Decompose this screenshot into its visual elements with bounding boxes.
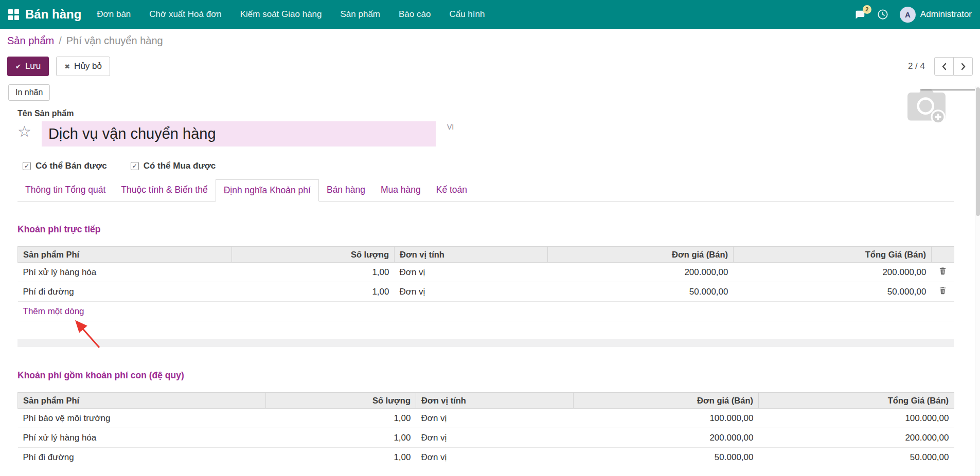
- cell-qty[interactable]: 1,00: [232, 263, 395, 282]
- apps-menu-button[interactable]: [8, 9, 19, 20]
- nav-item-don-ban[interactable]: Đơn bán: [97, 9, 131, 20]
- discard-button[interactable]: ✖ Hủy bỏ: [56, 57, 110, 76]
- col-header-uom[interactable]: Đơn vị tính: [395, 247, 548, 263]
- pager-next-button[interactable]: [953, 57, 973, 76]
- save-button-label: Lưu: [25, 61, 41, 71]
- cell-total[interactable]: 200.000,00: [734, 263, 932, 282]
- vertical-scrollbar[interactable]: [975, 86, 980, 476]
- cell-total[interactable]: 50.000,00: [734, 282, 932, 302]
- cell-product[interactable]: Phí đi đường: [18, 282, 232, 302]
- cell-product[interactable]: Phí đi đường: [18, 448, 266, 467]
- tab-mua-hang[interactable]: Mua hàng: [373, 179, 429, 201]
- product-name-input[interactable]: Dịch vụ vận chuyển hàng: [42, 121, 436, 147]
- cell-price[interactable]: 50.000,00: [574, 448, 759, 467]
- control-buttons: ✔ Lưu ✖ Hủy bỏ: [7, 57, 110, 76]
- tab-thong-tin-tong-quat[interactable]: Thông tin Tổng quát: [17, 179, 113, 201]
- col-header-price[interactable]: Đơn giá (Bán): [548, 247, 734, 263]
- col-header-product[interactable]: Sản phẩm Phí: [18, 393, 266, 409]
- favorite-star-icon[interactable]: ☆: [17, 124, 31, 139]
- col-header-delete: [932, 247, 954, 263]
- can-be-purchased-checkbox[interactable]: ✓ Có thể Mua được: [131, 161, 216, 171]
- cell-price[interactable]: 200.000,00: [574, 428, 759, 448]
- chevron-right-icon: [960, 63, 966, 70]
- tab-dinh-nghia-khoan-phi[interactable]: Định nghĩa Khoản phí: [216, 179, 319, 202]
- user-avatar: A: [900, 7, 916, 23]
- cell-uom[interactable]: Đơn vị: [395, 282, 548, 302]
- table-row[interactable]: Phí bảo vệ môi trường 1,00 Đơn vị 100.00…: [18, 409, 954, 428]
- cell-uom[interactable]: Đơn vị: [416, 448, 574, 467]
- col-header-total[interactable]: Tổng Giá (Bán): [734, 247, 932, 263]
- close-icon: ✖: [64, 63, 70, 70]
- horizontal-scrollbar[interactable]: [920, 89, 980, 90]
- save-button[interactable]: ✔ Lưu: [7, 57, 49, 76]
- print-label-button[interactable]: In nhãn: [8, 84, 50, 101]
- apps-grid-icon: [8, 9, 19, 20]
- table-row[interactable]: Phí đi đường 1,00 Đơn vị 50.000,00 50.00…: [18, 448, 954, 467]
- nav-item-kiem-soat-giao-hang[interactable]: Kiểm soát Giao hàng: [240, 9, 322, 20]
- trash-icon: [939, 286, 947, 295]
- cell-uom[interactable]: Đơn vị: [416, 428, 574, 448]
- cell-qty[interactable]: 1,00: [232, 282, 395, 302]
- table-row[interactable]: Phí đi đường 1,00 Đơn vị 50.000,00 50.00…: [18, 282, 954, 302]
- page: Bán hàng Đơn bán Chờ xuất Hoá đơn Kiểm s…: [0, 0, 980, 476]
- cell-uom[interactable]: Đơn vị: [395, 263, 548, 282]
- capabilities-row: ✓ Có thể Bán được ✓ Có thể Mua được: [23, 161, 954, 171]
- app-name[interactable]: Bán hàng: [25, 7, 81, 22]
- add-line-row: Thêm một dòng: [18, 302, 954, 321]
- nav-item-bao-cao[interactable]: Báo cáo: [399, 9, 431, 20]
- cell-total[interactable]: 200.000,00: [759, 428, 954, 448]
- delete-row-button[interactable]: [939, 286, 947, 295]
- cell-product[interactable]: Phí bảo vệ môi trường: [18, 409, 266, 428]
- notebook-tabs: Thông tin Tổng quát Thuộc tính & Biến th…: [17, 179, 954, 202]
- messages-button[interactable]: 2: [854, 9, 866, 20]
- cell-total[interactable]: 50.000,00: [759, 448, 954, 467]
- col-header-qty[interactable]: Số lượng: [266, 393, 416, 409]
- cell-total[interactable]: 100.000,00: [759, 409, 954, 428]
- tab-ke-toan[interactable]: Kế toán: [429, 179, 475, 201]
- camera-plus-icon: [904, 86, 949, 127]
- table-row[interactable]: Phí xử lý hàng hóa 1,00 Đơn vị 200.000,0…: [18, 263, 954, 282]
- cell-qty[interactable]: 1,00: [266, 448, 416, 467]
- pager-buttons: [934, 57, 973, 76]
- cell-price[interactable]: 50.000,00: [548, 282, 734, 302]
- pager-previous-button[interactable]: [934, 57, 954, 76]
- direct-fees-table: Sản phẩm Phí Số lượng Đơn vị tính Đơn gi…: [17, 246, 954, 321]
- nav-item-cau-hinh[interactable]: Cấu hình: [449, 9, 485, 20]
- breadcrumb-parent-link[interactable]: Sản phẩm: [7, 35, 54, 47]
- tab-thuoc-tinh-bien-the[interactable]: Thuộc tính & Biến thể: [113, 179, 215, 201]
- can-be-sold-checkbox[interactable]: ✓ Có thể Bán được: [23, 161, 107, 171]
- pager-counter[interactable]: 2 / 4: [908, 61, 925, 71]
- col-header-product[interactable]: Sản phẩm Phí: [18, 247, 232, 263]
- translate-badge[interactable]: VI: [447, 123, 454, 131]
- cell-product[interactable]: Phí xử lý hàng hóa: [18, 428, 266, 448]
- add-line-link[interactable]: Thêm một dòng: [18, 302, 954, 321]
- cell-qty[interactable]: 1,00: [266, 428, 416, 448]
- table-row[interactable]: Phí xử lý hàng hóa 1,00 Đơn vị 200.000,0…: [18, 428, 954, 448]
- nav-item-san-pham[interactable]: Sản phẩm: [341, 9, 381, 20]
- col-header-uom[interactable]: Đơn vị tính: [416, 393, 574, 409]
- cell-product[interactable]: Phí xử lý hàng hóa: [18, 263, 232, 282]
- navbar-right: 2 A Administrator: [854, 7, 972, 23]
- top-navbar: Bán hàng Đơn bán Chờ xuất Hoá đơn Kiểm s…: [0, 0, 980, 29]
- clock-icon: [877, 9, 888, 20]
- col-header-qty[interactable]: Số lượng: [232, 247, 395, 263]
- recursive-fees-table: Sản phẩm Phí Số lượng Đơn vị tính Đơn gi…: [17, 392, 954, 467]
- cell-uom[interactable]: Đơn vị: [416, 409, 574, 428]
- delete-row-button[interactable]: [939, 267, 947, 275]
- product-image-upload[interactable]: [904, 86, 949, 129]
- activities-button[interactable]: [877, 9, 888, 20]
- messages-badge: 2: [863, 5, 871, 14]
- user-menu[interactable]: A Administrator: [900, 7, 972, 23]
- nav-item-cho-xuat-hoa-don[interactable]: Chờ xuất Hoá đơn: [149, 9, 221, 20]
- check-icon: ✔: [15, 63, 21, 70]
- col-header-total[interactable]: Tổng Giá (Bán): [759, 393, 954, 409]
- cell-price[interactable]: 200.000,00: [548, 263, 734, 282]
- direct-fees-title: Khoản phí trực tiếp: [17, 224, 954, 235]
- recursive-fees-title: Khoản phí gồm khoản phí con (đệ quy): [17, 370, 954, 381]
- col-header-price[interactable]: Đơn giá (Bán): [574, 393, 759, 409]
- tab-ban-hang[interactable]: Bán hàng: [319, 179, 373, 201]
- cell-qty[interactable]: 1,00: [266, 409, 416, 428]
- can-be-sold-label: Có thể Bán được: [35, 161, 107, 171]
- scrollbar-thumb[interactable]: [976, 87, 980, 216]
- cell-price[interactable]: 100.000,00: [574, 409, 759, 428]
